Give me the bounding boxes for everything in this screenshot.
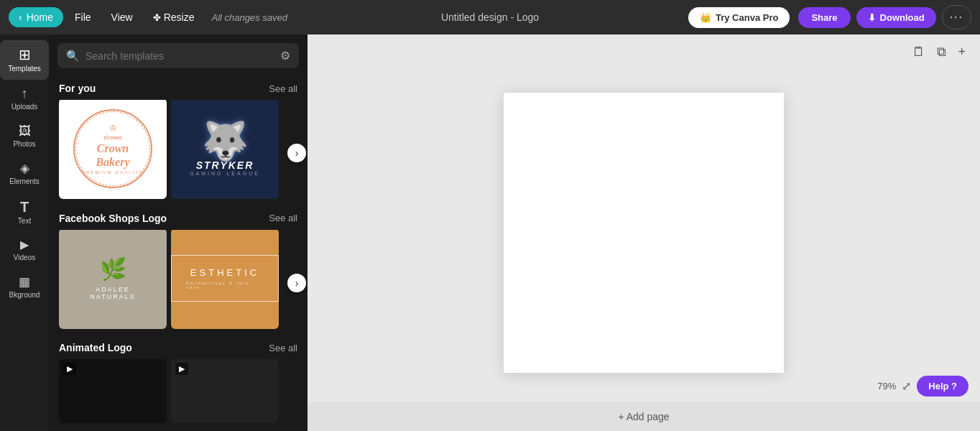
crown-circle: ♔ Crown Crown Bakery PREMIUM QUALITY: [73, 109, 152, 188]
try-canva-pro-label: Try Canva Pro: [716, 12, 778, 23]
esthetic-name: ESTHETIC: [190, 267, 259, 278]
elements-icon: ◈: [20, 162, 29, 175]
template-animated-1[interactable]: ▶: [59, 359, 167, 423]
for-you-grid: ♔ Crown Crown Bakery PREMIUM QUALITY 🐺 S…: [49, 100, 308, 207]
animated-logo-title: Animated Logo: [59, 342, 132, 353]
video-indicator-icon-1: ▶: [63, 363, 76, 375]
file-menu-button[interactable]: File: [66, 7, 100, 27]
crown-line1: Crown: [96, 134, 129, 142]
sidebar-item-elements[interactable]: ◈ Elements: [0, 155, 49, 193]
share-button[interactable]: Share: [798, 7, 850, 28]
animated-logo-see-all[interactable]: See all: [269, 343, 297, 353]
canvas-tool-duplicate[interactable]: ⧉: [934, 42, 949, 62]
design-canvas: [504, 93, 784, 373]
sidebar-item-label-background: Bkground: [9, 291, 40, 299]
add-page-button[interactable]: + Add page: [618, 411, 669, 422]
stryker-wolf-icon: 🐺: [202, 122, 249, 159]
crown-decoration-icon: ♔: [109, 123, 117, 133]
templates-icon: ⊞: [19, 47, 31, 62]
sidebar-item-label-elements: Elements: [9, 177, 40, 185]
resize-button[interactable]: ✤ Resize: [144, 7, 203, 27]
photos-icon: 🖼: [19, 125, 31, 137]
sidebar-item-label-uploads: Uploads: [11, 103, 38, 111]
canvas-tool-add[interactable]: +: [955, 42, 969, 62]
template-animated-2[interactable]: ▶: [171, 359, 279, 423]
for-you-title: For you: [59, 83, 96, 94]
crown-bakery-text: Crown Crown Bakery: [96, 134, 129, 169]
text-icon: T: [20, 200, 29, 214]
resize-label: Resize: [164, 11, 195, 23]
filter-icon[interactable]: ⚙: [280, 49, 290, 62]
crown-bottom-text: PREMIUM QUALITY: [82, 170, 144, 175]
sidebar-item-label-photos: Photos: [13, 140, 35, 148]
icon-sidebar: ⊞ Templates ↑ Uploads 🖼 Photos ◈ Element…: [0, 34, 49, 431]
adalee-leaf-icon: 🌿: [100, 256, 126, 282]
adalee-line1: ADALEE: [90, 286, 135, 293]
for-you-section-header: For you See all: [49, 77, 308, 100]
canvas-area: 🗒 ⧉ + + Add page 79% ⤢ 79% ⤢ Help ?: [308, 34, 980, 431]
try-canva-pro-button[interactable]: 👑 Try Canva Pro: [688, 7, 790, 28]
sidebar-item-photos[interactable]: 🖼 Photos: [0, 118, 49, 155]
search-bar: 🔍 ⚙: [57, 43, 299, 68]
top-nav: Home File View ✤ Resize All changes save…: [0, 0, 980, 34]
sidebar-item-background[interactable]: ▦ Bkground: [0, 269, 49, 306]
facebook-shops-title: Facebook Shops Logo: [59, 213, 167, 224]
add-page-bar: + Add page: [308, 402, 980, 431]
download-icon: ⬇: [868, 12, 876, 23]
videos-icon: ▶: [20, 239, 29, 251]
more-options-button[interactable]: ···: [942, 5, 971, 29]
zoom-display: 79%: [877, 381, 896, 391]
template-adalee[interactable]: 🌿 ADALEE NATURALS: [59, 230, 167, 329]
help-label: Help ?: [928, 381, 957, 391]
resize-icon: ✤: [153, 12, 161, 23]
sidebar-item-label-videos: Videos: [14, 254, 35, 261]
bottom-right-controls: 79% ⤢ Help ?: [877, 376, 969, 397]
esthetic-sub: Dermatology & skin care: [186, 281, 264, 289]
sidebar-item-text[interactable]: T Text: [0, 193, 49, 232]
adalee-line2: NATURALS: [90, 293, 135, 300]
help-button[interactable]: Help ?: [917, 376, 969, 397]
facebook-shops-see-all[interactable]: See all: [269, 213, 297, 223]
autosave-status: All changes saved: [211, 12, 287, 23]
templates-panel: 🔍 ⚙ For you See all ♔ Crown Crown Bakery…: [49, 34, 308, 431]
view-menu-button[interactable]: View: [103, 7, 142, 27]
esthetic-border-box: ESTHETIC Dermatology & skin care: [171, 255, 279, 302]
animated-logo-section-header: Animated Logo See all: [49, 336, 308, 359]
add-page-label: + Add page: [618, 411, 669, 422]
search-icon: 🔍: [66, 50, 80, 62]
sidebar-item-label-text: Text: [18, 217, 31, 225]
canvas-toolbar: 🗒 ⧉ +: [910, 42, 969, 62]
fullscreen-button[interactable]: ⤢: [902, 379, 911, 393]
template-stryker[interactable]: 🐺 STRYKER GAMING LEAGUE: [171, 100, 279, 199]
sidebar-item-label-templates: Templates: [8, 65, 41, 73]
facebook-shops-grid: 🌿 ADALEE NATURALS ESTHETIC Dermatology &…: [49, 230, 308, 337]
download-label: Download: [880, 12, 925, 23]
adalee-text: ADALEE NATURALS: [90, 286, 135, 300]
uploads-icon: ↑: [22, 87, 28, 100]
home-button[interactable]: Home: [9, 7, 63, 27]
sidebar-item-videos[interactable]: ▶ Videos: [0, 232, 49, 269]
background-icon: ▦: [19, 276, 30, 288]
video-indicator-icon-2: ▶: [175, 363, 188, 375]
main-area: ⊞ Templates ↑ Uploads 🖼 Photos ◈ Element…: [0, 34, 980, 431]
for-you-next-arrow[interactable]: ›: [287, 144, 306, 162]
crown-line2: Crown: [96, 142, 129, 155]
crown-line3: Bakery: [96, 155, 129, 169]
canvas-tool-notes[interactable]: 🗒: [910, 42, 928, 62]
crown-pro-icon: 👑: [700, 12, 711, 23]
sidebar-item-templates[interactable]: ⊞ Templates: [0, 40, 49, 80]
search-input[interactable]: [85, 50, 274, 62]
for-you-see-all[interactable]: See all: [269, 83, 297, 94]
stryker-sub: GAMING LEAGUE: [190, 171, 260, 176]
template-crown-bakery[interactable]: ♔ Crown Crown Bakery PREMIUM QUALITY: [59, 100, 167, 199]
sidebar-item-uploads[interactable]: ↑ Uploads: [0, 80, 49, 118]
document-title: Untitled design - Logo: [441, 11, 539, 23]
animated-logo-grid: ▶ ▶: [49, 359, 308, 431]
download-button[interactable]: ⬇ Download: [856, 7, 936, 28]
facebook-shops-next-arrow[interactable]: ›: [287, 274, 306, 292]
facebook-shops-section-header: Facebook Shops Logo See all: [49, 207, 308, 230]
template-esthetic[interactable]: ESTHETIC Dermatology & skin care: [171, 230, 279, 329]
